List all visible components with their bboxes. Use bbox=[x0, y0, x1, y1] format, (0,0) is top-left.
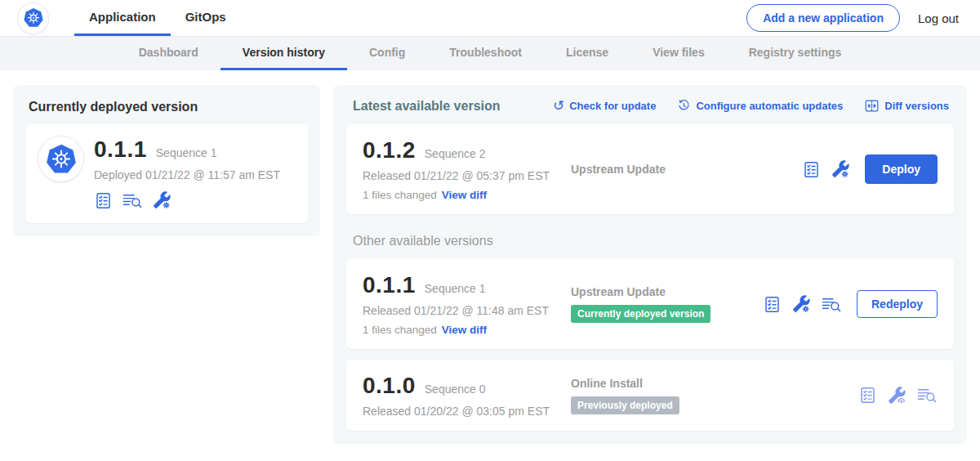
version-source-label: Upstream Update bbox=[571, 163, 802, 176]
app-subnav: Dashboard Version history Config Trouble… bbox=[0, 36, 980, 70]
subnav-version-history[interactable]: Version history bbox=[220, 37, 347, 70]
config-wrench-gear-icon[interactable] bbox=[791, 294, 811, 314]
logout-link[interactable]: Log out bbox=[918, 11, 959, 25]
deployed-sequence-label: Sequence 1 bbox=[156, 146, 217, 159]
files-changed-label: 1 files changed bbox=[363, 189, 437, 201]
files-changed-label: 1 files changed bbox=[363, 324, 437, 336]
tab-gitops[interactable]: GitOps bbox=[171, 0, 241, 36]
released-timestamp: Released 01/21/22 @ 11:48 am EST bbox=[363, 304, 571, 317]
deployed-version-card: 0.1.1 Sequence 1 Deployed 01/21/22 @ 11:… bbox=[25, 124, 308, 223]
subnav-license[interactable]: License bbox=[544, 37, 630, 70]
deploy-logs-icon[interactable] bbox=[821, 295, 842, 314]
preflight-checklist-icon[interactable] bbox=[802, 160, 821, 179]
version-source-label: Online Install bbox=[571, 377, 858, 390]
other-versions-title: Other available versions bbox=[353, 234, 954, 248]
kubernetes-logo bbox=[18, 3, 48, 34]
version-source-label: Upstream Update bbox=[571, 285, 763, 298]
deployed-version-number: 0.1.1 bbox=[94, 137, 147, 163]
subnav-dashboard[interactable]: Dashboard bbox=[117, 37, 220, 70]
subnav-view-files[interactable]: View files bbox=[630, 37, 727, 70]
config-wrench-view-icon[interactable] bbox=[887, 386, 906, 405]
version-card-0-1-1: 0.1.1 Sequence 1 Released 01/21/22 @ 11:… bbox=[346, 259, 954, 349]
sequence-label: Sequence 2 bbox=[425, 147, 486, 160]
subnav-config[interactable]: Config bbox=[347, 37, 427, 70]
view-diff-link[interactable]: View diff bbox=[442, 324, 487, 336]
diff-versions-link[interactable]: Diff versions bbox=[864, 98, 949, 114]
version-card-0-1-0: 0.1.0 Sequence 0 Released 01/20/22 @ 03:… bbox=[346, 360, 954, 431]
subnav-registry-settings[interactable]: Registry settings bbox=[727, 37, 864, 70]
deploy-button[interactable]: Deploy bbox=[865, 154, 938, 184]
released-timestamp: Released 01/20/22 @ 03:05 pm EST bbox=[363, 405, 571, 418]
version-card-0-1-2: 0.1.2 Sequence 2 Released 01/21/22 @ 05:… bbox=[346, 124, 954, 214]
preflight-checklist-icon[interactable] bbox=[94, 191, 113, 210]
refresh-icon: ↺ bbox=[553, 99, 564, 113]
released-timestamp: Released 01/21/22 @ 05:37 pm EST bbox=[363, 169, 571, 182]
deploy-logs-icon[interactable] bbox=[122, 191, 143, 210]
version-number: 0.1.2 bbox=[363, 137, 416, 163]
latest-available-title: Latest available version bbox=[353, 99, 501, 114]
subnav-troubleshoot[interactable]: Troubleshoot bbox=[427, 37, 544, 70]
version-number: 0.1.1 bbox=[363, 272, 416, 298]
currently-deployed-panel: Currently deployed version 0.1.1 Sequenc… bbox=[13, 85, 320, 236]
view-diff-link[interactable]: View diff bbox=[442, 189, 487, 201]
redeploy-button[interactable]: Redeploy bbox=[857, 290, 938, 318]
configure-automatic-updates-link[interactable]: Configure automatic updates bbox=[677, 99, 843, 113]
deployed-panel-title: Currently deployed version bbox=[29, 100, 308, 114]
add-application-button[interactable]: Add a new application bbox=[746, 4, 900, 32]
tab-application[interactable]: Application bbox=[74, 0, 171, 36]
sequence-label: Sequence 1 bbox=[425, 282, 486, 295]
top-header: Application GitOps Add a new application… bbox=[0, 0, 980, 36]
previously-deployed-badge: Previously deployed bbox=[571, 396, 679, 414]
version-number: 0.1.0 bbox=[363, 373, 416, 399]
preflight-checklist-icon[interactable] bbox=[763, 295, 782, 314]
schedule-icon bbox=[677, 99, 691, 113]
currently-deployed-badge: Currently deployed version bbox=[571, 305, 710, 323]
config-wrench-gear-icon[interactable] bbox=[152, 190, 172, 210]
available-versions-panel: Latest available version ↺ Check for upd… bbox=[333, 85, 967, 444]
diff-icon bbox=[864, 98, 880, 114]
config-wrench-gear-icon[interactable] bbox=[831, 159, 850, 179]
preflight-checklist-icon[interactable] bbox=[858, 386, 877, 405]
deploy-logs-icon[interactable] bbox=[916, 386, 938, 405]
app-kubernetes-logo bbox=[38, 137, 83, 181]
check-for-update-link[interactable]: ↺ Check for update bbox=[553, 99, 656, 113]
deployed-timestamp: Deployed 01/21/22 @ 11:57 am EST bbox=[94, 168, 280, 181]
sequence-label: Sequence 0 bbox=[425, 383, 486, 396]
